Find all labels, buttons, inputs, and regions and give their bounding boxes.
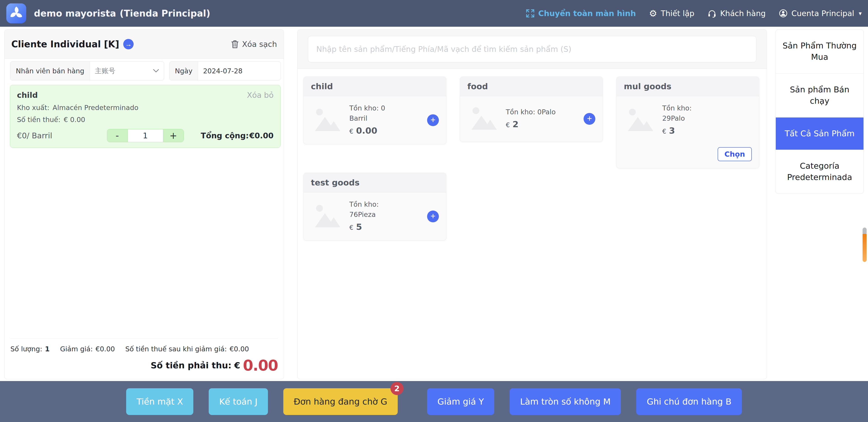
quantity-decrease-button[interactable]: - — [107, 129, 127, 142]
fullscreen-toggle[interactable]: Chuyển toàn màn hình — [526, 9, 636, 18]
plus-icon: + — [431, 115, 435, 124]
product-stock-line: Tồn kho: — [349, 199, 420, 209]
pending-orders-label: Đơn hàng đang chờ G — [294, 397, 387, 406]
fullscreen-label: Chuyển toàn màn hình — [538, 9, 636, 18]
category-default[interactable]: Categoría Predeterminada — [776, 150, 864, 194]
plus-icon: + — [587, 114, 592, 123]
date-label: Ngày — [169, 62, 198, 80]
rounding-button[interactable]: Làm tròn số không M — [509, 388, 621, 415]
date-input[interactable]: 2024-07-28 — [198, 62, 281, 80]
product-body: Tồn kho: 0 Barril € 0.00 + — [304, 96, 446, 144]
summary-tax-after-discount: Số tiền thuế sau khi giảm giá: €0.00 — [125, 345, 249, 353]
category-frequently-bought[interactable]: Sản Phẩm Thường Mua — [776, 30, 864, 74]
tax-label: Số tiền thuế: — [17, 116, 60, 123]
product-body: Tồn kho: 0Palo € 2 + — [460, 96, 602, 141]
product-price: € 0.00 — [349, 124, 420, 137]
product-info: Tồn kho: 76Pieza € 5 — [349, 199, 420, 233]
cart-summary: Số lượng: 1 Giảm giá: €0.00 Số tiền thuế… — [4, 339, 284, 353]
choose-variant-button[interactable]: Chọn — [718, 147, 752, 161]
amount-due-label: Số tiền phải thu: — [151, 360, 231, 370]
amount-due-currency: € — [234, 360, 240, 370]
order-note-button[interactable]: Ghi chú đơn hàng B — [636, 388, 742, 415]
amount-due-row: Số tiền phải thu: € 0.00 — [4, 353, 284, 379]
quantity-increase-button[interactable]: + — [163, 129, 184, 142]
quantity-stepper: - + — [107, 129, 184, 142]
discount-button[interactable]: Giảm giá Y — [427, 388, 494, 415]
summary-discount: Giảm giá: €0.00 — [60, 345, 115, 353]
brand: demo mayorista (Tienda Principal) — [6, 3, 210, 23]
product-search-bar — [298, 30, 767, 69]
tax-value: € 0.00 — [64, 116, 85, 123]
product-body: Tồn kho: 29Palo € 3 Chọn — [617, 96, 759, 168]
price-amount: 0.00 — [356, 124, 377, 137]
app-logo-icon — [6, 3, 26, 23]
unit-price: €0/ Barril — [17, 131, 107, 140]
product-stock-line: 29Palo — [662, 113, 752, 123]
customer-service-menu[interactable]: Khách hàng — [708, 9, 766, 18]
add-product-button[interactable]: + — [584, 113, 595, 125]
product-stock-line: 76Pieza — [349, 209, 420, 220]
category-best-sellers[interactable]: Sản phẩm Bán chạy — [776, 74, 864, 117]
product-price: € 3 — [662, 124, 752, 137]
topbar: demo mayorista (Tienda Principal) Chuyển… — [0, 0, 868, 27]
product-stock-line: Barril — [349, 113, 420, 123]
product-card-food[interactable]: food Tồn kho: 0Palo € — [460, 77, 603, 142]
product-grid: child Tồn kho: 0 Barril — [298, 69, 767, 248]
settings-label: Thiết lập — [661, 9, 694, 18]
quantity-input[interactable] — [127, 129, 163, 142]
product-price: € 5 — [349, 221, 420, 233]
cart-line-item[interactable]: child Xóa bỏ Kho xuất: Almacén Predeterm… — [10, 85, 281, 148]
pos-app: demo mayorista (Tienda Principal) Chuyển… — [0, 0, 868, 422]
customer-name: Cliente Individual [K] — [11, 39, 119, 49]
pending-orders-badge: 2 — [391, 382, 404, 395]
product-card-child[interactable]: child Tồn kho: 0 Barril — [303, 77, 446, 144]
cart-item-name: child — [17, 90, 38, 100]
line-total-value: €0.00 — [249, 131, 274, 140]
summary-quantity-value: 1 — [45, 345, 50, 353]
product-name: mul goods — [617, 77, 759, 96]
product-card-mul-goods[interactable]: mul goods Tồn kho: — [616, 77, 759, 168]
summary-quantity: Số lượng: 1 — [10, 345, 50, 353]
price-amount: 3 — [669, 124, 675, 137]
scrollbar-thumb[interactable] — [863, 234, 867, 262]
caret-down-icon: ▾ — [859, 10, 862, 17]
line-total: Tổng cộng:€0.00 — [184, 131, 274, 140]
product-search-input[interactable] — [308, 36, 756, 62]
cash-button[interactable]: Tiền mặt X — [126, 388, 193, 415]
add-product-button[interactable]: + — [427, 114, 439, 126]
cart-header: Cliente Individual [K] → Xóa sạch — [4, 30, 284, 59]
product-info: Tồn kho: 0Palo € 2 — [506, 107, 577, 131]
product-price: € 2 — [506, 118, 577, 131]
topnav: Chuyển toàn màn hình ⚙ Thiết lập Khách h… — [526, 9, 862, 18]
products-panel: child Tồn kho: 0 Barril — [297, 29, 767, 379]
warehouse-label: Kho xuất: — [17, 104, 50, 112]
cart-empty-space — [4, 148, 284, 338]
settings-menu[interactable]: ⚙ Thiết lập — [649, 9, 694, 18]
clear-cart-button[interactable]: Xóa sạch — [231, 39, 277, 49]
remove-item-button[interactable]: Xóa bỏ — [247, 90, 274, 100]
summary-tax-value: €0.00 — [229, 345, 249, 353]
product-info: Tồn kho: 0 Barril € 0.00 — [349, 103, 420, 137]
pending-orders-button[interactable]: Đơn hàng đang chờ G 2 — [283, 388, 398, 415]
store-branch: (Tienda Principal) — [120, 8, 210, 19]
salesperson-select[interactable]: 主账号 — [90, 62, 164, 80]
product-card-test-goods[interactable]: test goods Tồn kho: 76Pieza — [303, 173, 446, 241]
currency-symbol: € — [349, 223, 353, 232]
product-info: Tồn kho: 29Palo € 3 — [662, 103, 752, 137]
product-image-placeholder-icon — [311, 104, 343, 136]
cart-panel: Cliente Individual [K] → Xóa sạch — [4, 29, 284, 379]
page-scrollbar[interactable] — [863, 227, 867, 262]
account-menu[interactable]: Cuenta Principal ▾ — [779, 9, 862, 18]
customer-service-label: Khách hàng — [720, 9, 766, 18]
account-label: Cuenta Principal — [792, 9, 854, 18]
category-all-products[interactable]: Tất Cả Sản Phẩm — [776, 117, 864, 150]
price-amount: 2 — [513, 118, 519, 131]
currency-symbol: € — [349, 127, 353, 136]
cart-item-tax: Số tiền thuế: € 0.00 — [17, 116, 274, 123]
clear-cart-label: Xóa sạch — [242, 39, 277, 49]
accounting-button[interactable]: Kế toán J — [209, 388, 268, 415]
select-customer-button[interactable]: → — [123, 39, 134, 49]
cart-item-header: child Xóa bỏ — [17, 90, 274, 100]
add-product-button[interactable]: + — [427, 210, 439, 222]
plus-icon: + — [431, 212, 435, 220]
